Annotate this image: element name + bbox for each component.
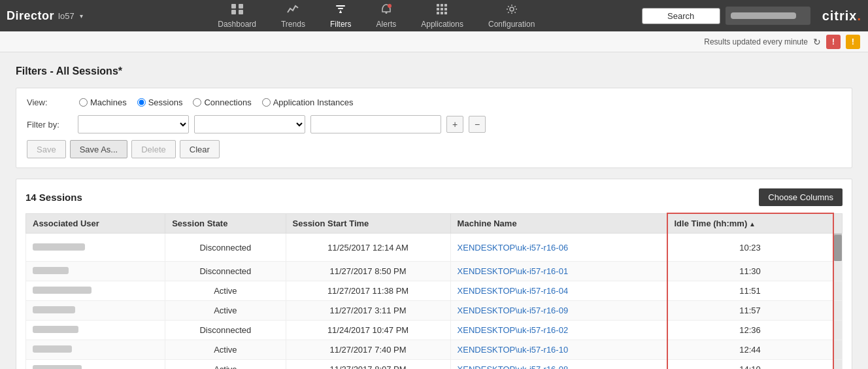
col-header-start[interactable]: Session Start Time [286,213,450,234]
cell-machine[interactable]: XENDESKTOP\uk-i57-r16-09 [450,301,667,321]
cell-user [26,234,165,262]
radio-appinstances[interactable]: Application Instances [262,97,354,107]
page-title: Filters - All Sessions* [16,65,852,77]
svg-point-19 [510,7,514,11]
cell-state: Active [165,281,286,301]
cell-machine[interactable]: XENDESKTOP\uk-i57-r16-10 [450,340,667,360]
cell-idle-time: 12:36 [667,321,833,340]
delete-button[interactable]: Delete [131,140,176,158]
col-header-state[interactable]: Session State [165,213,286,234]
filter-value-input[interactable] [310,115,441,133]
svg-rect-1 [239,4,243,9]
radio-sessions[interactable]: Sessions [137,97,183,107]
nav-applications-label: Applications [421,20,463,29]
radio-machines[interactable]: Machines [79,97,127,107]
machine-link[interactable]: XENDESKTOP\uk-i57-r16-02 [458,325,569,335]
svg-rect-12 [444,4,447,7]
table-title: 14 Sessions [25,192,82,203]
filterby-label: Filter by: [27,120,73,130]
configuration-icon [505,3,518,18]
nav-dashboard[interactable]: Dashboard [209,1,265,31]
scroll-col-cell [833,281,843,301]
col-header-machine[interactable]: Machine Name [450,213,667,234]
app-name: Director [7,9,54,23]
nav-alerts[interactable]: Alerts [367,1,406,31]
view-label: View: [27,97,73,107]
search-button[interactable]: Search [642,8,720,24]
cell-start-time: 11/24/2017 10:47 PM [286,321,450,340]
cell-start-time: 11/27/2017 3:11 PM [286,301,450,321]
table-row: Disconnected11/27/2017 8:50 PMXENDESKTOP… [26,262,843,281]
site-dropdown-arrow[interactable]: ▾ [80,12,83,20]
cell-machine[interactable]: XENDESKTOP\uk-i57-r16-08 [450,360,667,370]
user-menu[interactable] [726,7,810,25]
cell-machine[interactable]: XENDESKTOP\uk-i57-r16-04 [450,281,667,301]
cell-state: Disconnected [165,321,286,340]
table-section: 14 Sessions Choose Columns Associated Us… [16,179,852,369]
radio-connections[interactable]: Connections [193,97,251,107]
svg-rect-11 [441,4,443,7]
clear-button[interactable]: Clear [180,140,220,158]
cell-machine[interactable]: XENDESKTOP\uk-i57-r16-02 [450,321,667,340]
machine-link[interactable]: XENDESKTOP\uk-i57-r16-06 [458,243,569,253]
svg-point-9 [388,4,392,8]
nav-applications[interactable]: Applications [412,1,473,31]
machine-link[interactable]: XENDESKTOP\uk-i57-r16-08 [458,364,569,369]
svg-rect-10 [437,4,439,7]
svg-rect-6 [340,10,341,12]
save-as-button[interactable]: Save As... [70,140,128,158]
user-blurred [33,345,72,353]
cell-machine[interactable]: XENDESKTOP\uk-i57-r16-06 [450,234,667,262]
brand: Director lo57 ▾ [7,9,111,23]
machine-link[interactable]: XENDESKTOP\uk-i57-r16-01 [458,266,569,276]
machine-link[interactable]: XENDESKTOP\uk-i57-r16-10 [458,345,569,355]
table-row: Disconnected11/24/2017 10:47 PMXENDESKTO… [26,321,843,340]
topnav-right: Search citrix. [642,7,861,25]
username-blurred [731,12,796,19]
nav-trends[interactable]: Trends [272,1,314,31]
scroll-col-cell [833,360,843,370]
view-row: View: Machines Sessions Connections Appl… [27,97,841,107]
svg-rect-13 [437,8,439,10]
add-filter-button[interactable]: + [446,116,463,133]
table-header-row-cols: Associated User Session State Session St… [26,213,843,234]
user-blurred [33,287,92,294]
remove-filter-button[interactable]: − [469,116,486,133]
table-row: Active11/27/2017 7:40 PMXENDESKTOP\uk-i5… [26,340,843,360]
cell-idle-time: 11:51 [667,281,833,301]
svg-rect-15 [444,8,447,10]
statusbar: Results updated every minute ↻ ! ! [0,31,868,52]
nav-configuration[interactable]: Configuration [479,1,544,31]
alert-indicator[interactable]: ! [826,35,841,49]
cell-state: Disconnected [165,234,286,262]
cell-state: Disconnected [165,262,286,281]
user-blurred [33,326,78,333]
machine-link[interactable]: XENDESKTOP\uk-i57-r16-04 [458,286,569,296]
svg-rect-17 [441,12,443,14]
nav-filters[interactable]: Filters [321,1,361,31]
site-name: lo57 [58,11,75,21]
radio-connections-label: Connections [204,97,251,107]
col-header-user[interactable]: Associated User [26,213,165,234]
filters-icon [334,3,347,18]
col-header-idle[interactable]: Idle Time (hh:mm) [667,213,833,234]
save-button[interactable]: Save [27,140,66,158]
alerts-icon [380,3,393,18]
svg-rect-8 [385,12,387,14]
filter-select-1[interactable] [78,115,189,133]
cell-idle-time: 11:30 [667,262,833,281]
refresh-button[interactable]: ↻ [813,37,821,47]
cell-machine[interactable]: XENDESKTOP\uk-i57-r16-01 [450,262,667,281]
cell-start-time: 11/25/2017 12:14 AM [286,234,450,262]
nav-dashboard-label: Dashboard [218,20,256,29]
cell-start-time: 11/27/2017 8:50 PM [286,262,450,281]
cell-user [26,262,165,281]
machine-link[interactable]: XENDESKTOP\uk-i57-r16-09 [458,306,569,315]
filter-select-2[interactable] [194,115,305,133]
svg-rect-18 [444,12,447,14]
cell-state: Active [165,360,286,370]
warn-indicator[interactable]: ! [846,35,860,49]
nav-filters-label: Filters [330,20,352,29]
choose-columns-button[interactable]: Choose Columns [759,188,843,206]
citrix-logo: citrix. [822,9,861,24]
